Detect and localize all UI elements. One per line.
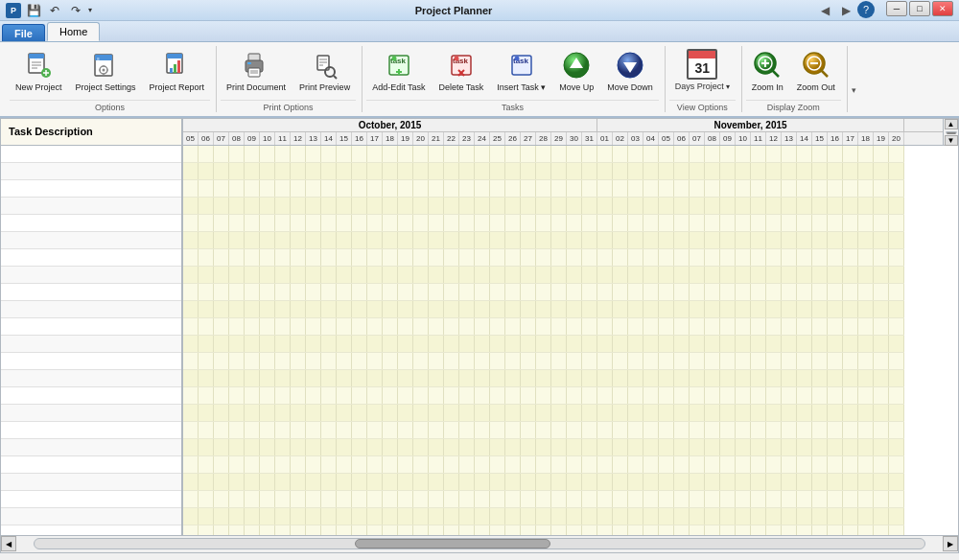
task-row[interactable] [1, 249, 181, 267]
svg-rect-21 [177, 60, 180, 73]
v-scroll-down[interactable]: ▼ [945, 135, 958, 146]
delete-task-button[interactable]: task Delete Task [433, 46, 490, 97]
help-btn[interactable]: ? [857, 1, 875, 18]
gantt-cell [214, 336, 229, 352]
restore-btn[interactable]: □ [909, 1, 930, 16]
nav-back-btn[interactable]: ◀ [815, 1, 834, 20]
vertical-scrollbar[interactable]: ▲ ▼ [943, 119, 958, 145]
gantt-cell [321, 215, 337, 231]
print-document-button[interactable]: Print Document [221, 46, 292, 97]
zoom-in-button[interactable]: Zoom In [746, 46, 789, 97]
gantt-cell [306, 336, 321, 352]
task-row[interactable] [1, 336, 181, 353]
gantt-cell [705, 267, 720, 283]
gantt-cell [643, 249, 659, 266]
gantt-cell [505, 370, 521, 386]
gantt-cell [858, 439, 874, 455]
days-project-button[interactable]: 31 Days Project ▾ [669, 46, 736, 94]
gantt-cell [874, 318, 889, 335]
new-project-button[interactable]: New Project [10, 46, 68, 97]
gantt-cell [459, 198, 475, 214]
h-scroll-left[interactable]: ◀ [1, 536, 16, 551]
gantt-cell [183, 508, 199, 525]
quick-access-undo[interactable]: ↶ [46, 2, 63, 19]
task-row[interactable] [1, 301, 181, 318]
gantt-cell [429, 353, 444, 369]
tab-file[interactable]: File [2, 24, 45, 41]
gantt-cell [567, 301, 582, 317]
gantt-cell [260, 249, 275, 266]
task-row[interactable] [1, 215, 181, 232]
gantt-cell [475, 336, 490, 352]
gantt-cell [582, 456, 597, 473]
zoom-out-button[interactable]: Zoom Out [791, 46, 841, 97]
gantt-cell [736, 491, 751, 507]
task-row[interactable] [1, 422, 181, 439]
tab-home[interactable]: Home [47, 22, 100, 41]
task-row[interactable] [1, 198, 181, 215]
day-cell: 30 [567, 132, 582, 145]
task-row[interactable] [1, 318, 181, 336]
gantt-cell [736, 422, 751, 438]
task-row[interactable] [1, 232, 181, 249]
insert-task-button[interactable]: task Insert Task ▾ [491, 46, 551, 97]
gantt-cell [797, 353, 812, 369]
move-up-button[interactable]: Move Up [553, 46, 599, 97]
task-row[interactable] [1, 387, 181, 405]
task-row[interactable] [1, 439, 181, 456]
print-preview-button[interactable]: Print Preview [293, 46, 356, 97]
gantt-cell [490, 353, 505, 369]
task-row[interactable] [1, 456, 181, 474]
task-row[interactable] [1, 525, 181, 535]
h-scroll-thumb[interactable] [355, 539, 550, 548]
task-row[interactable] [1, 284, 181, 301]
task-row[interactable] [1, 405, 181, 422]
minimize-btn[interactable]: ─ [886, 1, 907, 16]
project-settings-button[interactable]: ≡ Project Settings [70, 46, 142, 97]
h-scroll-right[interactable]: ▶ [943, 536, 958, 551]
quick-access-redo[interactable]: ↷ [67, 2, 84, 19]
task-row[interactable] [1, 474, 181, 491]
task-row[interactable] [1, 267, 181, 284]
gantt-cell [321, 267, 337, 283]
task-row[interactable] [1, 353, 181, 370]
add-edit-task-button[interactable]: task Add-Edit Task [366, 46, 431, 97]
gantt-cell [505, 525, 521, 535]
gantt-cell [874, 336, 889, 352]
gantt-cell [183, 370, 199, 386]
v-scroll-up[interactable]: ▲ [945, 119, 958, 129]
move-down-button[interactable]: Move Down [601, 46, 659, 97]
gantt-cell [736, 163, 751, 179]
date-header-inner: October, 2015November, 2015 050607080910… [183, 119, 943, 145]
gantt-cell [444, 508, 459, 525]
v-scroll-thumb[interactable] [947, 132, 956, 134]
gantt-cell [398, 301, 413, 317]
gantt-cell [459, 146, 475, 162]
gantt-cell [828, 249, 843, 266]
gantt-cell [674, 284, 690, 300]
gantt-grid-container[interactable] [183, 146, 958, 535]
task-row[interactable] [1, 180, 181, 198]
gantt-cell [551, 198, 567, 214]
close-btn[interactable]: ✕ [932, 1, 953, 16]
task-row[interactable] [1, 370, 181, 387]
gantt-cell [690, 301, 705, 317]
gantt-cell [858, 284, 874, 300]
nav-forward-btn[interactable]: ▶ [836, 1, 855, 20]
task-row[interactable] [1, 146, 181, 163]
quick-access-save[interactable]: 💾 [25, 2, 42, 19]
gantt-cell [736, 249, 751, 266]
project-report-button[interactable]: Project Report [144, 46, 211, 97]
gantt-cell [521, 456, 536, 473]
gantt-cell [858, 525, 874, 535]
task-row[interactable] [1, 163, 181, 180]
gantt-cell [797, 284, 812, 300]
gantt-cell [782, 232, 797, 248]
gantt-cell [245, 198, 260, 214]
ribbon-expand-button[interactable]: ▾ [848, 85, 861, 112]
gantt-cell [214, 163, 229, 179]
gantt-cell [321, 249, 337, 266]
task-row[interactable] [1, 491, 181, 508]
task-row[interactable] [1, 508, 181, 525]
gantt-cell [797, 318, 812, 335]
